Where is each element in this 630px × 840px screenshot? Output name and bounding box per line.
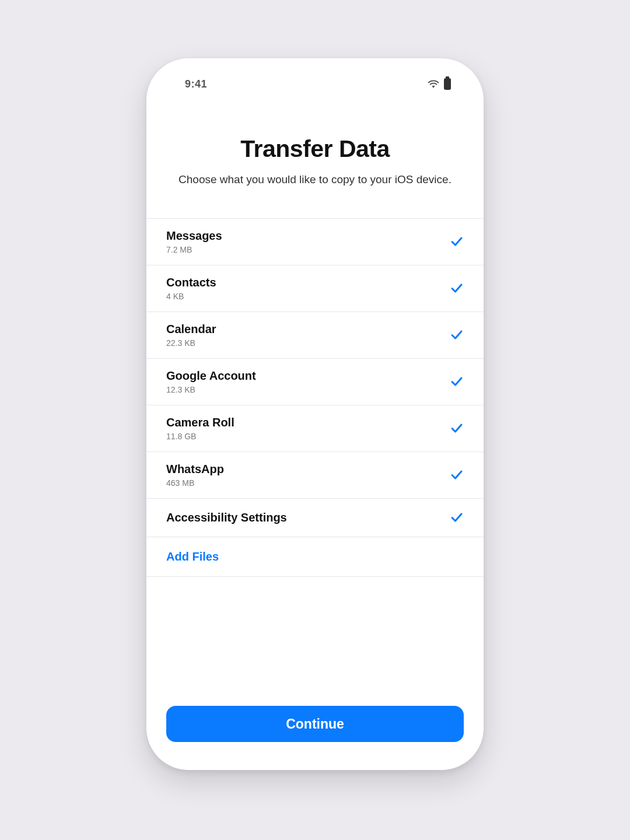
list-item-text: Contacts 4 KB: [166, 276, 450, 301]
list-item-camera-roll[interactable]: Camera Roll 11.8 GB: [146, 405, 484, 452]
list-item-messages[interactable]: Messages 7.2 MB: [146, 219, 484, 265]
add-files-label: Add Files: [166, 550, 219, 563]
list-item-size: 11.8 GB: [166, 432, 450, 441]
list-item-title: Calendar: [166, 323, 450, 336]
list-item-title: Google Account: [166, 369, 450, 383]
status-bar: 9:41: [146, 58, 484, 99]
list-item-text: Messages 7.2 MB: [166, 229, 450, 254]
list-item-contacts[interactable]: Contacts 4 KB: [146, 265, 484, 312]
status-icons: [428, 78, 451, 90]
list-item-title: Contacts: [166, 276, 450, 289]
list-item-text: WhatsApp 463 MB: [166, 463, 450, 488]
status-time: 9:41: [185, 78, 207, 90]
list-item-accessibility[interactable]: Accessibility Settings: [146, 499, 484, 537]
add-files-row[interactable]: Add Files: [146, 537, 484, 577]
battery-icon: [444, 78, 451, 90]
header: Transfer Data Choose what you would like…: [146, 99, 484, 208]
list-item-title: Accessibility Settings: [166, 511, 450, 524]
list-item-size: 4 KB: [166, 292, 450, 301]
list-item-google-account[interactable]: Google Account 12.3 KB: [146, 359, 484, 405]
list-item-title: Messages: [166, 229, 450, 243]
check-icon: [450, 328, 464, 342]
list-item-text: Google Account 12.3 KB: [166, 369, 450, 394]
page-subtitle: Choose what you would like to copy to yo…: [166, 172, 464, 188]
stage: 9:41 Transfer Data Choose what you would…: [0, 0, 630, 840]
check-icon: [450, 374, 464, 388]
list-item-title: WhatsApp: [166, 463, 450, 476]
list-item-size: 22.3 KB: [166, 338, 450, 348]
check-icon: [450, 281, 464, 295]
check-icon: [450, 421, 464, 435]
check-icon: [450, 468, 464, 482]
list-item-whatsapp[interactable]: WhatsApp 463 MB: [146, 452, 484, 499]
footer: Continue: [146, 691, 484, 770]
list-item-size: 7.2 MB: [166, 245, 450, 254]
list-item-title: Camera Roll: [166, 416, 450, 429]
list-item-text: Accessibility Settings: [166, 511, 450, 524]
transfer-list: Messages 7.2 MB Contacts 4 KB Calend: [146, 218, 484, 577]
list-item-text: Calendar 22.3 KB: [166, 323, 450, 348]
check-icon: [450, 510, 464, 524]
list-item-text: Camera Roll 11.8 GB: [166, 416, 450, 441]
page-title: Transfer Data: [166, 135, 464, 163]
list-item-calendar[interactable]: Calendar 22.3 KB: [146, 312, 484, 359]
check-icon: [450, 235, 464, 249]
list-item-size: 12.3 KB: [166, 385, 450, 394]
phone-frame: 9:41 Transfer Data Choose what you would…: [146, 58, 484, 770]
list-item-size: 463 MB: [166, 478, 450, 488]
wifi-icon: [428, 79, 439, 89]
continue-button[interactable]: Continue: [166, 706, 464, 742]
